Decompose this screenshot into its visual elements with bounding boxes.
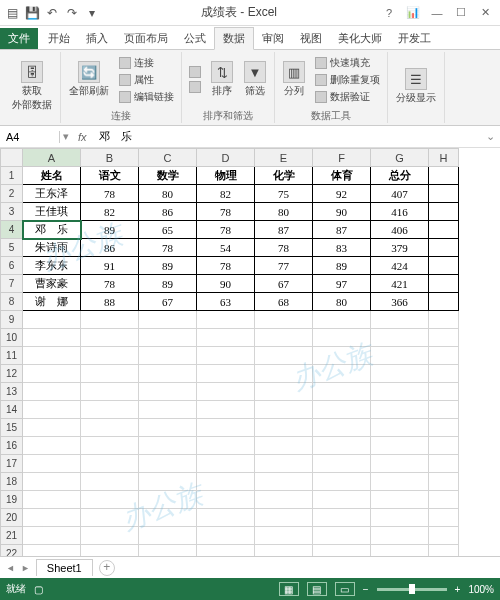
cell[interactable] xyxy=(429,293,459,311)
cell[interactable] xyxy=(23,545,81,557)
data-validation-button[interactable]: 数据验证 xyxy=(312,89,383,105)
cell[interactable] xyxy=(429,275,459,293)
row-header[interactable]: 21 xyxy=(1,527,23,545)
cell[interactable] xyxy=(139,455,197,473)
cell[interactable]: 68 xyxy=(255,293,313,311)
row-header[interactable]: 2 xyxy=(1,185,23,203)
tab-layout[interactable]: 页面布局 xyxy=(116,28,176,49)
cell[interactable] xyxy=(139,383,197,401)
cell[interactable] xyxy=(255,347,313,365)
tab-file[interactable]: 文件 xyxy=(0,28,38,49)
cell[interactable] xyxy=(255,419,313,437)
cell[interactable] xyxy=(371,347,429,365)
cell[interactable] xyxy=(313,437,371,455)
row-header[interactable]: 7 xyxy=(1,275,23,293)
cell[interactable] xyxy=(313,329,371,347)
close-icon[interactable]: ✕ xyxy=(474,4,496,22)
minimize-icon[interactable]: ― xyxy=(426,4,448,22)
cell[interactable] xyxy=(81,419,139,437)
cell[interactable] xyxy=(197,347,255,365)
sheet-nav-next-icon[interactable]: ► xyxy=(21,563,30,573)
cell[interactable]: 421 xyxy=(371,275,429,293)
cell[interactable] xyxy=(81,437,139,455)
cell[interactable]: 89 xyxy=(313,257,371,275)
cell[interactable] xyxy=(313,383,371,401)
save-icon[interactable]: 💾 xyxy=(24,5,40,21)
cell[interactable]: 91 xyxy=(81,257,139,275)
cell[interactable] xyxy=(23,329,81,347)
cell[interactable] xyxy=(23,455,81,473)
row-header[interactable]: 6 xyxy=(1,257,23,275)
cell[interactable]: 90 xyxy=(197,275,255,293)
row-header[interactable]: 18 xyxy=(1,473,23,491)
cell[interactable] xyxy=(371,455,429,473)
sort-desc-button[interactable] xyxy=(186,80,204,94)
cell[interactable] xyxy=(197,455,255,473)
cell[interactable] xyxy=(197,401,255,419)
cell[interactable]: 82 xyxy=(197,185,255,203)
cell[interactable] xyxy=(429,185,459,203)
cell[interactable] xyxy=(23,491,81,509)
cell[interactable] xyxy=(81,455,139,473)
cell[interactable]: 86 xyxy=(139,203,197,221)
cell[interactable] xyxy=(313,527,371,545)
cell[interactable] xyxy=(23,473,81,491)
cell[interactable]: 63 xyxy=(197,293,255,311)
cell[interactable]: 75 xyxy=(255,185,313,203)
cell[interactable] xyxy=(371,509,429,527)
row-header[interactable]: 3 xyxy=(1,203,23,221)
expand-formula-icon[interactable]: ⌄ xyxy=(486,130,500,143)
zoom-out-button[interactable]: − xyxy=(363,584,369,595)
cell[interactable] xyxy=(139,329,197,347)
cell[interactable] xyxy=(255,401,313,419)
row-header[interactable]: 16 xyxy=(1,437,23,455)
cell[interactable]: 88 xyxy=(81,293,139,311)
filter-button[interactable]: ▼筛选 xyxy=(240,59,270,100)
cell[interactable] xyxy=(139,473,197,491)
cell[interactable] xyxy=(139,509,197,527)
row-header[interactable]: 17 xyxy=(1,455,23,473)
cell[interactable] xyxy=(313,509,371,527)
cell[interactable]: 78 xyxy=(197,221,255,239)
add-sheet-button[interactable]: + xyxy=(99,560,115,576)
redo-icon[interactable]: ↷ xyxy=(64,5,80,21)
cell[interactable] xyxy=(429,419,459,437)
cell[interactable]: 407 xyxy=(371,185,429,203)
cell[interactable]: 65 xyxy=(139,221,197,239)
cell[interactable] xyxy=(313,347,371,365)
cell[interactable] xyxy=(255,491,313,509)
cell[interactable] xyxy=(197,473,255,491)
cell[interactable] xyxy=(429,257,459,275)
column-header[interactable]: H xyxy=(429,149,459,167)
cell[interactable] xyxy=(255,383,313,401)
row-header[interactable]: 11 xyxy=(1,347,23,365)
cell[interactable] xyxy=(139,545,197,557)
cell[interactable] xyxy=(429,473,459,491)
sort-button[interactable]: ⇅排序 xyxy=(207,59,237,100)
cell[interactable]: 82 xyxy=(81,203,139,221)
maximize-icon[interactable]: ☐ xyxy=(450,4,472,22)
cell[interactable] xyxy=(23,347,81,365)
cell[interactable] xyxy=(255,509,313,527)
column-header[interactable]: D xyxy=(197,149,255,167)
cell[interactable] xyxy=(371,527,429,545)
row-header[interactable]: 22 xyxy=(1,545,23,557)
cell[interactable] xyxy=(139,419,197,437)
row-header[interactable]: 8 xyxy=(1,293,23,311)
cell[interactable]: 80 xyxy=(313,293,371,311)
cell[interactable]: 366 xyxy=(371,293,429,311)
cell[interactable] xyxy=(81,383,139,401)
column-header[interactable]: G xyxy=(371,149,429,167)
cell[interactable] xyxy=(313,491,371,509)
edit-links-button[interactable]: 编辑链接 xyxy=(116,89,177,105)
name-box[interactable]: A4 xyxy=(0,131,60,143)
cell[interactable] xyxy=(313,311,371,329)
cell[interactable] xyxy=(429,491,459,509)
column-header[interactable]: E xyxy=(255,149,313,167)
cell[interactable]: 89 xyxy=(139,257,197,275)
cell[interactable] xyxy=(197,491,255,509)
cell[interactable] xyxy=(81,509,139,527)
cell[interactable]: 朱诗雨 xyxy=(23,239,81,257)
cell[interactable] xyxy=(23,311,81,329)
cell[interactable] xyxy=(371,329,429,347)
